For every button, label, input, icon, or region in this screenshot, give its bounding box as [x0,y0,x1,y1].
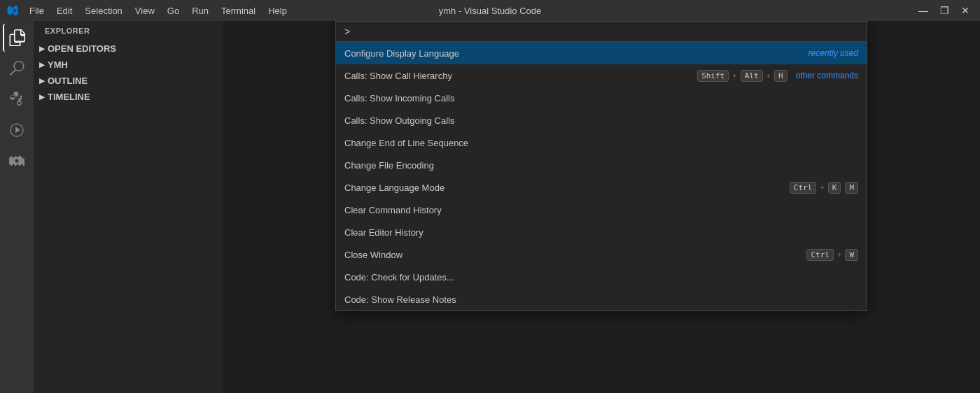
timeline-label: TIMELINE [48,92,90,102]
command-item-left: Code: Show Release Notes [344,294,858,305]
command-item-clear-command-history[interactable]: Clear Command History [336,199,867,221]
timeline-chevron-icon: ▶ [39,93,45,101]
kbd-sep: + [837,250,841,259]
menu-run[interactable]: Run [186,4,214,17]
other-commands-badge: other commands [796,71,858,80]
command-search-input[interactable] [353,26,858,37]
command-item-check-updates[interactable]: Code: Check for Updates... [336,266,867,288]
command-item-label: Code: Show Release Notes [344,294,456,305]
command-item-show-outgoing-calls[interactable]: Calls: Show Outgoing Calls [336,109,867,131]
search-activity-icon[interactable] [3,55,31,83]
outline-section[interactable]: ▶ OUTLINE [34,73,223,89]
command-item-left: Configure Display Language [344,48,808,59]
ymh-chevron-icon: ▶ [39,61,45,69]
kbd-shift: Shift [697,70,729,82]
command-item-show-incoming-calls[interactable]: Calls: Show Incoming Calls [336,87,867,109]
command-item-right: Ctrl + K M [790,182,858,194]
command-item-label: Calls: Show Outgoing Calls [344,115,455,126]
command-item-left: Clear Editor History [344,227,858,238]
command-item-left: Change Language Mode [344,183,790,193]
kbd-k: K [828,182,841,194]
command-item-left: Calls: Show Incoming Calls [344,93,858,103]
open-editors-section[interactable]: ▶ OPEN EDITORS [34,41,223,57]
command-palette[interactable]: > Configure Display Language recently us… [335,21,867,311]
close-button[interactable]: ✕ [958,3,973,18]
command-item-right: recently used [808,48,858,58]
maximize-button[interactable]: ❐ [937,3,952,18]
command-list: Configure Display Language recently used… [336,42,867,310]
kbd-m: M [845,182,858,194]
menu-bar: File Edit Selection View Go Run Terminal… [24,4,293,17]
source-control-activity-icon[interactable] [3,85,31,113]
command-item-label: Clear Command History [344,205,442,215]
window-controls: — ❐ ✕ [916,3,973,18]
command-item-label: Close Window [344,250,402,260]
ymh-section[interactable]: ▶ YMH [34,57,223,73]
command-item-left: Calls: Show Outgoing Calls [344,115,858,126]
main-layout: Explorer ▶ OPEN EDITORS ▶ YMH ▶ OUTLINE … [0,21,980,393]
command-item-right: Ctrl + W [806,249,858,261]
command-item-change-eol[interactable]: Change End of Line Sequence [336,131,867,154]
command-item-change-language-mode[interactable]: Change Language Mode Ctrl + K M [336,176,867,199]
explorer-activity-icon[interactable] [3,24,31,52]
command-item-left: Code: Check for Updates... [344,272,858,283]
kbd-sep: + [820,183,824,192]
menu-go[interactable]: Go [162,4,185,17]
command-item-left: Calls: Show Call Hierarchy [344,71,697,81]
outline-chevron-icon: ▶ [39,77,45,85]
command-item-label: Change End of Line Sequence [344,138,468,148]
command-item-label: Calls: Show Incoming Calls [344,93,455,103]
timeline-section[interactable]: ▶ TIMELINE [34,89,223,105]
vscode-logo-icon [7,5,18,16]
command-item-close-window[interactable]: Close Window Ctrl + W [336,243,867,266]
sidebar: Explorer ▶ OPEN EDITORS ▶ YMH ▶ OUTLINE … [34,21,223,393]
minimize-button[interactable]: — [916,3,931,18]
kbd-w: W [845,249,858,261]
command-item-clear-editor-history[interactable]: Clear Editor History [336,221,867,243]
kbd-alt: Alt [741,70,763,82]
activity-bar [0,21,34,393]
ymh-label: YMH [48,59,68,70]
command-item-label: Clear Editor History [344,227,424,238]
command-item-left: Clear Command History [344,205,858,215]
command-item-show-release-notes[interactable]: Code: Show Release Notes [336,288,867,310]
menu-file[interactable]: File [24,4,50,17]
command-item-label: Code: Check for Updates... [344,272,454,283]
command-item-left: Change File Encoding [344,160,858,171]
command-item-change-file-encoding[interactable]: Change File Encoding [336,154,867,176]
title-bar: File Edit Selection View Go Run Terminal… [0,0,980,21]
kbd-sep: + [732,71,736,80]
kbd-h: H [774,70,788,82]
command-item-left: Change End of Line Sequence [344,138,858,148]
kbd-ctrl: Ctrl [806,249,834,261]
run-debug-activity-icon[interactable] [3,116,31,144]
kbd-ctrl: Ctrl [790,182,817,194]
command-item-label: Change Language Mode [344,183,444,193]
menu-edit[interactable]: Edit [51,4,78,17]
menu-selection[interactable]: Selection [79,4,127,17]
open-editors-label: OPEN EDITORS [48,43,116,54]
command-item-show-call-hierarchy[interactable]: Calls: Show Call Hierarchy Shift + Alt +… [336,64,867,87]
title-bar-left: File Edit Selection View Go Run Terminal… [7,4,293,17]
open-editors-chevron-icon: ▶ [39,45,45,52]
command-item-left: Close Window [344,250,806,260]
command-input-row: > [336,22,867,42]
command-item-label: Calls: Show Call Hierarchy [344,71,452,81]
command-palette-overlay: > Configure Display Language recently us… [223,21,980,393]
outline-label: OUTLINE [48,76,88,86]
command-input-prefix: > [344,26,350,37]
command-item-label: Configure Display Language [344,48,459,59]
sidebar-title: Explorer [34,21,223,41]
menu-help[interactable]: Help [262,4,293,17]
command-item-configure-display-language[interactable]: Configure Display Language recently used [336,42,867,64]
editor-area: > Configure Display Language recently us… [223,21,980,393]
menu-view[interactable]: View [130,4,160,17]
command-item-label: Change File Encoding [344,160,434,171]
command-item-right: Shift + Alt + H other commands [697,70,858,82]
recently-used-badge: recently used [808,48,858,58]
window-title: ymh - Visual Studio Code [439,6,541,16]
extensions-activity-icon[interactable] [3,147,31,175]
kbd-sep: + [766,71,771,80]
menu-terminal[interactable]: Terminal [216,4,261,17]
